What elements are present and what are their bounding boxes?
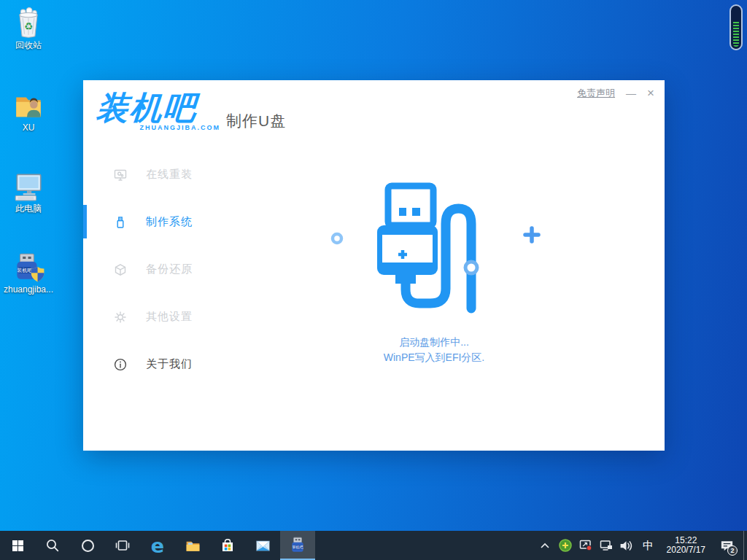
store-icon	[220, 537, 236, 553]
edge-icon: e	[151, 536, 164, 556]
search-icon	[44, 537, 61, 553]
backup-restore-icon	[113, 262, 128, 277]
this-pc-shortcut[interactable]: 此电脑	[0, 169, 57, 214]
user-folder-icon	[12, 88, 45, 122]
antivirus-tray-icon[interactable]	[557, 531, 573, 560]
user-folder-shortcut[interactable]: XU	[0, 88, 57, 133]
decor-ring-cable	[465, 262, 477, 273]
disclaimer-link[interactable]: 免责声明	[577, 87, 615, 100]
recycle-bin-shortcut[interactable]: ♻ 回收站	[0, 6, 57, 50]
clock-date: 2020/7/17	[667, 545, 705, 555]
desktop: ♻ 回收站 XU 此电脑	[0, 0, 747, 560]
progress-status: 启动盘制作中... WinPE写入到EFI分区.	[288, 335, 580, 365]
usb-connector	[388, 186, 433, 225]
windows-logo-icon	[12, 540, 23, 551]
close-button[interactable]: ×	[647, 88, 654, 99]
sidebar-label: 备份还原	[146, 262, 193, 276]
zhuangjiba-window: 装机吧 ZHUANGJIBA.COM 制作U盘 免责声明 — × 在线重装	[83, 80, 665, 451]
sidebar-item-online-reinstall[interactable]: 在线重装	[83, 151, 236, 198]
online-reinstall-icon	[113, 168, 128, 182]
cortana-icon	[82, 540, 94, 552]
zhuangjiba-shortcut[interactable]: 装机吧 zhuangjiba...	[0, 250, 57, 295]
ime-indicator[interactable]: 中	[639, 539, 658, 553]
action-center-button[interactable]: 2	[714, 531, 739, 560]
screen-notification-icon	[578, 538, 593, 553]
hidden-icons-chevron[interactable]	[537, 531, 553, 560]
usb-contact-1	[399, 208, 406, 216]
chevron-up-icon	[539, 541, 551, 550]
sidebar-item-backup-restore[interactable]: 备份还原	[83, 246, 236, 293]
sidebar-label: 关于我们	[146, 357, 193, 371]
task-view-icon	[115, 537, 131, 553]
mail-icon	[255, 537, 271, 554]
speaker-icon	[619, 538, 634, 553]
sidebar-item-make-system[interactable]: 制作系统	[83, 198, 236, 246]
network-tray-icon[interactable]	[598, 531, 614, 560]
green-shield-plus-icon	[559, 539, 572, 552]
sidebar-item-about-us[interactable]: 关于我们	[83, 341, 236, 388]
zhuangjiba-taskbar-icon: 装机吧	[289, 536, 306, 553]
ethernet-network-icon	[599, 538, 614, 553]
about-us-info-icon	[113, 357, 128, 372]
titlebar-actions: 免责声明 — ×	[577, 87, 654, 100]
zhuangjiba-taskbar-app[interactable]: 装机吧	[280, 531, 315, 560]
system-tray: 中 15:22 2020/7/17 2	[537, 531, 747, 560]
recycle-bin-icon: ♻	[12, 6, 45, 39]
user-folder-label: XU	[0, 123, 57, 133]
minimize-button[interactable]: —	[626, 88, 636, 98]
taskbar: e	[0, 531, 747, 560]
notification-badge: 2	[727, 545, 738, 556]
zhuangjiba-usb-icon: 装机吧	[12, 250, 45, 284]
file-explorer-icon	[185, 537, 201, 554]
status-line-1: 启动盘制作中...	[288, 335, 580, 350]
app-logo: 装机吧 ZHUANGJIBA.COM	[96, 90, 220, 131]
sidebar-label: 其他设置	[146, 310, 193, 324]
taskbar-app-icon-text: 装机吧	[293, 545, 303, 549]
vertical-progress-widget	[729, 4, 743, 50]
make-system-usb-icon	[113, 215, 128, 230]
page-title: 制作U盘	[226, 111, 286, 131]
sidebar-nav: 在线重装 制作系统 备份还原	[83, 151, 236, 388]
other-settings-gear-icon	[113, 310, 128, 324]
sidebar-label: 制作系统	[146, 215, 193, 229]
this-pc-label: 此电脑	[0, 204, 57, 214]
this-pc-icon	[12, 169, 45, 203]
svg-text:♻: ♻	[24, 20, 33, 32]
desktop-icon-column: ♻ 回收站 XU 此电脑	[0, 3, 57, 295]
usb-drive-illustration	[324, 179, 550, 317]
usb-contact-2	[412, 208, 420, 216]
usb-label-band	[382, 235, 433, 262]
usb-neck	[395, 273, 416, 284]
edge-button[interactable]: e	[140, 531, 175, 560]
app-logo-text: 装机吧	[95, 90, 221, 125]
zhuangjiba-label: zhuangjiba...	[0, 285, 57, 295]
search-button[interactable]	[35, 531, 70, 560]
start-button[interactable]	[0, 531, 35, 560]
show-desktop-button[interactable]	[743, 531, 747, 560]
recycle-bin-label: 回收站	[0, 41, 57, 50]
app-icon-text: 装机吧	[18, 268, 33, 273]
status-line-2: WinPE写入到EFI分区.	[288, 350, 580, 365]
sidebar-label: 在线重装	[146, 168, 193, 182]
task-view-button[interactable]	[105, 531, 140, 560]
file-explorer-button[interactable]	[175, 531, 210, 560]
cortana-button[interactable]	[70, 531, 105, 560]
progress-stripes	[733, 22, 739, 47]
sidebar-item-other-settings[interactable]: 其他设置	[83, 293, 236, 341]
decor-plus-right	[525, 228, 538, 241]
decor-dot-left	[333, 234, 341, 243]
screen-share-tray-icon[interactable]	[578, 531, 594, 560]
mail-button[interactable]	[245, 531, 280, 560]
taskbar-clock[interactable]: 15:22 2020/7/17	[662, 536, 710, 555]
taskbar-buttons: e	[0, 531, 315, 560]
volume-tray-icon[interactable]	[619, 531, 635, 560]
store-button[interactable]	[210, 531, 245, 560]
